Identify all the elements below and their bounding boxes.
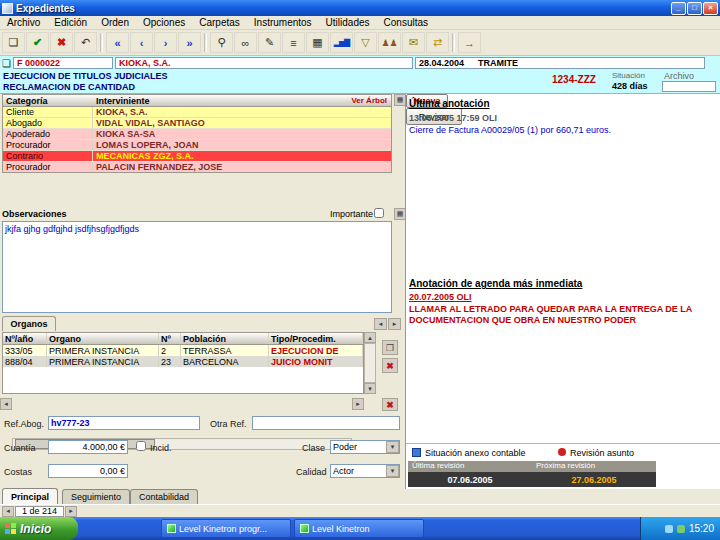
intervinientes-header: Categoría Interviniente Ver Árbol [3,95,391,107]
importante-checkbox[interactable] [374,208,384,218]
tab-principal[interactable]: Principal [2,488,58,504]
hscroll-right-button[interactable]: ▸ [352,398,364,410]
last-record-button[interactable]: » [178,32,201,53]
interviniente-row[interactable]: Abogado VIDAL VIDAL, SANTIAGO [3,118,391,129]
search-button[interactable]: ⚲ [210,32,233,53]
categoria-cell: Contrario [3,151,93,161]
organos-table: Nº/año Organo Nº Población Tipo/Procedim… [2,332,364,394]
subtipo-expediente-title: RECLAMACION DE CANTIDAD [3,82,135,92]
delete-button[interactable]: ✖ [50,32,73,53]
chevron-down-icon[interactable]: ▾ [386,465,399,477]
interviniente-row[interactable]: Procurador PALACIN FERNANDEZ, JOSE [3,162,391,173]
incid-checkbox[interactable] [136,441,146,451]
otra-ref-label: Otra Ref. [210,419,247,429]
menu-orden[interactable]: Orden [94,16,136,30]
record-prev-button[interactable]: ◂ [2,506,14,517]
proxima-revision-label: Próxima revisión [532,461,656,472]
next-record-button[interactable]: › [154,32,177,53]
expediente-number-field[interactable]: F 0000022 [13,57,113,69]
taskbar-app-1[interactable]: Level Kinetron progr... [161,519,291,538]
copy-icon: ❐ [386,343,394,353]
menu-archivo[interactable]: Archivo [0,16,47,30]
situacion-anexo-label[interactable]: Situación anexo contable [425,448,526,458]
clase-dropdown[interactable]: Poder ▾ [330,440,400,454]
edit-button[interactable]: ✎ [258,32,281,53]
ver-arbol-link[interactable]: Ver Árbol [351,96,391,105]
interviniente-row[interactable]: Procurador LOMAS LOPERA, JOAN [3,140,391,151]
menu-utilidades[interactable]: Utilidades [319,16,377,30]
menu-carpetas[interactable]: Carpetas [192,16,247,30]
grid-button[interactable]: ▦ [306,32,329,53]
confirm-button[interactable]: ✔ [26,32,49,53]
interviniente-row[interactable]: Apoderado KIOKA SA-SA [3,129,391,140]
start-button[interactable]: Inicio [0,517,78,540]
archivo-field[interactable] [662,81,716,92]
new-record-button[interactable]: ❏ [2,32,25,53]
volume-icon[interactable] [665,525,673,533]
menu-instrumentos[interactable]: Instrumentos [247,16,319,30]
tab-seguimiento[interactable]: Seguimiento [62,489,130,504]
intervinientes-table: Categoría Interviniente Ver Árbol Client… [2,94,392,173]
undo-button[interactable]: ↶ [74,32,97,53]
status-bar: ◂ 1 de 214 ▸ [0,504,720,517]
organo-row[interactable]: 333/05 PRIMERA INSTANCIA 2 TERRASSA EJEC… [3,345,363,356]
interviniente-row[interactable]: Cliente KIOKA, S.A. [3,107,391,118]
organos-scroll-up-button[interactable]: ▴ [364,332,376,343]
menu-opciones[interactable]: Opciones [136,16,192,30]
ultima-anotacion-fecha: 13.06.2005 17:59 OLI [409,113,497,123]
taskbar-app-2[interactable]: Level Kinetron [294,519,424,538]
chart-button[interactable]: ▂▅▇ [330,32,353,53]
maximize-button[interactable]: □ [687,2,702,15]
col-num: Nº [159,333,181,344]
tab-organos[interactable]: Organos [2,316,56,331]
revision-dot-icon [558,448,566,456]
cliente-name-field[interactable]: KIOKA, S.A. [115,57,413,69]
costas-input[interactable] [48,464,128,478]
binoculars-button[interactable]: ∞ [234,32,257,53]
filter-button[interactable]: ▽ [354,32,377,53]
organos-scroll-left-button[interactable]: ◂ [374,318,387,330]
menu-edicion[interactable]: Edición [47,16,94,30]
minimize-button[interactable]: _ [671,2,686,15]
clear-button[interactable]: ✖ [382,398,398,411]
search-icon: ⚲ [217,36,225,49]
ref-abog-input[interactable] [48,416,200,430]
nombre-cell: MECANICAS ZGZ, S.A. [93,151,391,161]
close-button[interactable]: × [703,2,718,15]
organos-scroll-down-button[interactable]: ▾ [364,383,376,394]
interviniente-row[interactable]: Contrario MECANICAS ZGZ, S.A. [3,151,391,162]
taskbar-app-1-label: Level Kinetron progr... [179,524,267,534]
organo-row[interactable]: 888/04 PRIMERA INSTANCIA 23 BARCELONA JU… [3,356,363,367]
observaciones-textarea[interactable]: jkjfa gjhg gdfgjhd jsdfjhsgfjgdfjgds [2,221,392,313]
hscroll-left-button[interactable]: ◂ [0,398,12,410]
fecha-estado-field[interactable]: 28.04.2004 TRAMITE [415,57,705,69]
chevron-down-icon[interactable]: ▾ [386,441,399,453]
list-button[interactable]: ≡ [282,32,305,53]
calidad-dropdown[interactable]: Actor ▾ [330,464,400,478]
tab-contabilidad[interactable]: Contabilidad [130,489,198,504]
cuantia-input[interactable] [48,440,128,454]
toolbar-separator [204,33,207,52]
categoria-cell: Procurador [3,140,93,150]
copy-organo-button[interactable]: ❐ [382,340,398,355]
delete-organo-button[interactable]: ✖ [382,358,398,373]
users-button[interactable]: ♟♟ [378,32,401,53]
shield-icon[interactable] [677,525,685,533]
divider [406,443,720,444]
menu-consultas[interactable]: Consultas [377,16,435,30]
fecha-apertura: 28.04.2004 [419,58,464,68]
transfer-button[interactable]: ⇄ [426,32,449,53]
record-next-button[interactable]: ▸ [65,506,77,517]
previous-record-button[interactable]: ‹ [130,32,153,53]
title-bar: Expedientes _ □ × [0,0,720,16]
organos-vertical-scrollbar[interactable] [364,343,376,383]
first-record-button[interactable]: « [106,32,129,53]
revision-asunto-label[interactable]: Revisión asunto [570,448,634,458]
mail-button[interactable]: ✉ [402,32,425,53]
grid-icon: ▦ [312,36,322,49]
organos-scroll-right-button[interactable]: ▸ [388,318,401,330]
anexo-contable-icon [412,448,421,457]
otra-ref-input[interactable] [252,416,400,430]
exit-button[interactable]: → [458,32,481,53]
toolbar-separator [100,33,103,52]
